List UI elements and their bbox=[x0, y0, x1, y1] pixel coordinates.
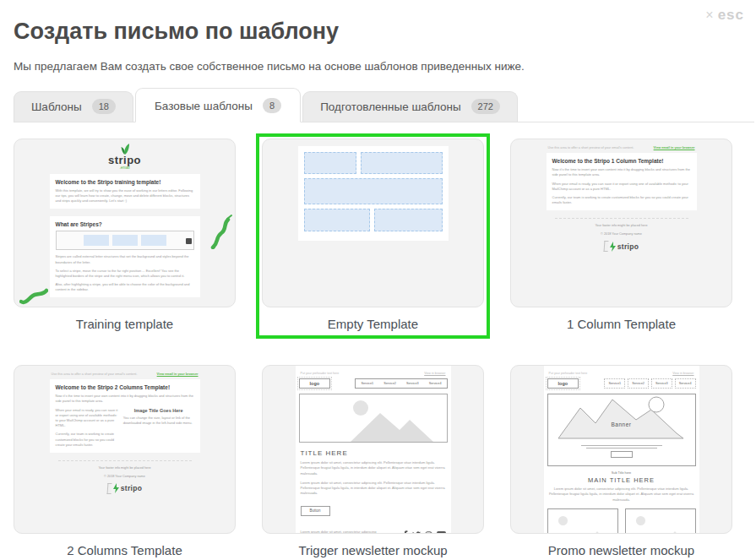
preview-browser-link: View in browser bbox=[424, 372, 445, 375]
stripo-logo: stripo .email bbox=[14, 139, 235, 171]
twitter-icon bbox=[412, 531, 421, 535]
template-cell-trigger: Put your preheader text here View in bro… bbox=[262, 365, 484, 557]
nav-item: Service3 bbox=[401, 379, 424, 388]
green-squiggle-icon bbox=[210, 214, 232, 249]
stripo-logo-word: stripo bbox=[617, 242, 639, 251]
nav-item: Service2 bbox=[628, 378, 649, 389]
preview-footer-text: Your footer info might be placed here bbox=[547, 224, 697, 227]
preview-preheader: Use this area to offer a short preview o… bbox=[548, 146, 634, 150]
template-cell-promo: Put your preheader text here View in bro… bbox=[510, 365, 732, 557]
template-grid: stripo .email Welcome to the Stripo trai… bbox=[14, 139, 742, 557]
page-title: Создать письмо по шаблону bbox=[14, 19, 742, 45]
nav-item: Service4 bbox=[675, 378, 696, 389]
template-label: 1 Column Template bbox=[510, 317, 732, 331]
nav-item: Service1 bbox=[356, 379, 378, 388]
preview-paragraph: Lorem ipsum dolor sit amet, consectetur … bbox=[301, 481, 446, 497]
template-label: Promo newsletter mockup bbox=[510, 543, 732, 557]
tab-bar: Шаблоны 18 Базовые шаблоны 8 Подготовлен… bbox=[14, 88, 754, 122]
preview-paragraph: When your email is ready, you can save i… bbox=[56, 408, 118, 429]
preview-paragraph: You can change the size, layout or link … bbox=[123, 416, 194, 426]
stripo-bolt-icon bbox=[113, 483, 119, 493]
preview-heading: What are Stripes? bbox=[56, 221, 194, 227]
banner-label: Banner bbox=[548, 421, 695, 427]
template-card-1column[interactable]: Use this area to offer a short preview o… bbox=[510, 139, 732, 307]
preview-paragraph: With this template, we will try to show … bbox=[56, 188, 194, 204]
preview-image-title: Image Title Goes Here bbox=[123, 408, 194, 413]
page-subtitle: Мы предлагаем Вам создать свое собственн… bbox=[14, 60, 742, 73]
preview-title: MAIN TITLE HERE bbox=[547, 476, 696, 484]
logo-placeholder: logo bbox=[299, 378, 331, 389]
preview-paragraph: When your email is ready, you can save i… bbox=[552, 182, 691, 192]
template-label: Trigger newsletter mockup bbox=[262, 543, 484, 557]
stripo-footer-logo: stripo bbox=[50, 483, 200, 494]
template-label: 2 Columns Template bbox=[14, 543, 236, 557]
nav-placeholder: Service1 Service2 Service3 Service4 bbox=[604, 378, 695, 389]
close-icon: × bbox=[705, 8, 714, 22]
preview-footer-text: Your footer info might be placed here bbox=[50, 466, 200, 470]
preview-browser-link: View email in your browser bbox=[157, 372, 199, 376]
stripo-bolt-icon bbox=[610, 242, 616, 252]
stripo-logo-word: stripo bbox=[14, 155, 235, 166]
stripes-demo-graphic bbox=[56, 231, 194, 250]
nav-placeholder: Service1 Service2 Service3 Service4 bbox=[355, 378, 447, 389]
tab-prepared-templates[interactable]: Подготовленные шаблоны 272 bbox=[302, 91, 518, 122]
youtube-icon bbox=[437, 531, 446, 534]
empty-structure-graphic bbox=[298, 146, 449, 241]
tab-label: Подготовленные шаблоны bbox=[320, 101, 460, 113]
preview-preheader: Put your preheader text here bbox=[301, 372, 340, 375]
stripo-logo-sub: .email bbox=[14, 166, 235, 171]
template-card-trigger[interactable]: Put your preheader text here View in bro… bbox=[262, 365, 484, 534]
logo-placeholder: logo bbox=[547, 378, 579, 389]
preview-preheader: Use this area to offer a short preview o… bbox=[52, 372, 138, 376]
nav-item: Service2 bbox=[378, 379, 401, 388]
preview-paragraph: Currently, our team is working to create… bbox=[552, 195, 691, 205]
image-placeholder-icon bbox=[625, 508, 696, 534]
preview-heading: Welcome to the Stripo 2 Columns Template… bbox=[56, 384, 194, 390]
template-cell-1column: Use this area to offer a short preview o… bbox=[510, 139, 732, 331]
close-esc-label: esc bbox=[718, 7, 744, 23]
stripo-logo-word: stripo bbox=[121, 484, 142, 492]
preview-paragraph: To select a stripe, move the cursor to t… bbox=[56, 269, 194, 279]
tab-badge: 272 bbox=[471, 99, 500, 114]
preview-heading: Welcome to the Stripo 1 Column Template! bbox=[552, 158, 691, 164]
template-cell-2columns: Use this area to offer a short preview o… bbox=[14, 365, 236, 557]
nav-item: Service3 bbox=[651, 378, 672, 389]
facebook-icon bbox=[403, 530, 408, 534]
tab-badge: 18 bbox=[92, 99, 116, 114]
preview-browser-link: View email in your browser bbox=[654, 146, 695, 150]
template-card-promo[interactable]: Put your preheader text here View in bro… bbox=[510, 365, 732, 534]
instagram-icon bbox=[425, 531, 432, 535]
template-cell-empty: Empty Template bbox=[262, 139, 484, 331]
banner-button-placeholder bbox=[611, 451, 633, 458]
preview-paragraph: Stripes are called external letter struc… bbox=[56, 254, 194, 264]
preview-browser-link: View in browser bbox=[672, 372, 693, 375]
nav-item: Service1 bbox=[604, 378, 625, 389]
preview-paragraph: Currently, our team is working to create… bbox=[56, 432, 118, 448]
image-placeholder-icon bbox=[547, 508, 618, 534]
template-card-2columns[interactable]: Use this area to offer a short preview o… bbox=[14, 365, 236, 534]
template-card-empty[interactable] bbox=[262, 139, 484, 307]
tab-label: Базовые шаблоны bbox=[155, 100, 253, 112]
template-cell-training: stripo .email Welcome to the Stripo trai… bbox=[14, 139, 236, 331]
preview-subtitle: Sub Title here bbox=[547, 471, 696, 475]
preview-footer-text: © 2018 Your Company name bbox=[50, 475, 200, 478]
template-label: Training template bbox=[14, 317, 236, 331]
banner-sketch-icon: Banner bbox=[547, 394, 696, 466]
close-button[interactable]: ×esc bbox=[705, 7, 744, 24]
template-card-training[interactable]: stripo .email Welcome to the Stripo trai… bbox=[14, 139, 236, 307]
preview-preheader: Put your preheader text here bbox=[549, 372, 588, 375]
button-placeholder: Button bbox=[301, 506, 330, 516]
tab-basic-templates[interactable]: Базовые шаблоны 8 bbox=[135, 88, 301, 122]
nav-item: Service4 bbox=[424, 379, 447, 388]
preview-footer-text: Lorem ipsum dolor sit amet, consectetur … bbox=[301, 530, 381, 534]
preview-paragraph: Lorem ipsum dolor sit amet, consectetur … bbox=[549, 487, 694, 503]
tab-label: Шаблоны bbox=[31, 101, 82, 113]
preview-footer-text: © 2018 Your Company name bbox=[547, 232, 697, 236]
tab-templates[interactable]: Шаблоны 18 bbox=[14, 91, 133, 122]
tab-badge: 8 bbox=[263, 98, 281, 113]
preview-paragraph: Now it's the time to insert your own con… bbox=[552, 167, 691, 177]
preview-paragraph: Now it's the time to insert your own con… bbox=[56, 394, 194, 404]
preview-heading: Welcome to the Stripo training template! bbox=[56, 179, 194, 185]
stripo-footer-logo: stripo bbox=[547, 241, 697, 252]
stripe-menu-icon bbox=[186, 238, 192, 244]
